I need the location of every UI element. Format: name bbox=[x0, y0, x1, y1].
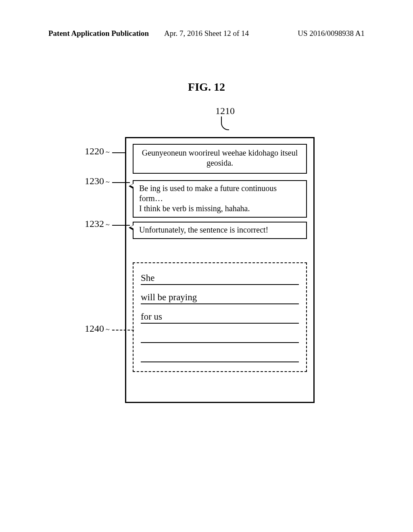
chat-bubble-1: Be ing is used to make a future continuo… bbox=[133, 180, 307, 218]
answer-line-4[interactable] bbox=[141, 325, 299, 343]
answer-line-1[interactable]: She bbox=[141, 267, 299, 285]
answer-area[interactable]: She will be praying for us bbox=[133, 262, 307, 372]
device-screen: Geunyeoneun woorireul weehae kidohago it… bbox=[125, 137, 315, 403]
answer-text-3: for us bbox=[141, 312, 162, 322]
answer-text-2: will be praying bbox=[141, 292, 197, 303]
leader-1230: ~ bbox=[106, 178, 109, 187]
ref-1230: 1230 bbox=[85, 176, 104, 187]
chat-bubble-2: Unfortunately, the sentence is incorrect… bbox=[133, 222, 307, 239]
ref-1210: 1210 bbox=[213, 106, 237, 116]
ref-1240: 1240 bbox=[85, 323, 104, 334]
figure-title: FIG. 12 bbox=[0, 81, 413, 94]
callout-hook-icon bbox=[221, 116, 229, 130]
header-right: US 2016/0098938 A1 bbox=[298, 29, 365, 38]
page-header: Patent Application Publication Apr. 7, 2… bbox=[48, 29, 365, 38]
header-left: Patent Application Publication bbox=[48, 29, 149, 38]
bubble2-text: Unfortunately, the sentence is incorrect… bbox=[139, 225, 302, 235]
bubble1-line1: Be ing is used to make a future continuo… bbox=[139, 183, 302, 193]
ref-1232: 1232 bbox=[85, 218, 104, 229]
bubble-tail-inner-icon bbox=[130, 225, 134, 229]
leader-1240: ~ bbox=[106, 326, 109, 334]
answer-line-2[interactable]: will be praying bbox=[141, 287, 299, 304]
ref-1210-callout: 1210 bbox=[213, 106, 237, 130]
answer-line-5[interactable] bbox=[141, 345, 299, 362]
bubble-tail-inner-icon bbox=[130, 183, 134, 187]
leader-1232: ~ bbox=[106, 221, 109, 229]
answer-line-3[interactable]: for us bbox=[141, 306, 299, 324]
ref-1220: 1220 bbox=[85, 146, 104, 157]
prompt-text: Geunyeoneun woorireul weehae kidohago it… bbox=[142, 148, 298, 167]
header-center: Apr. 7, 2016 Sheet 12 of 14 bbox=[164, 29, 249, 38]
patent-page: Patent Application Publication Apr. 7, 2… bbox=[0, 0, 413, 532]
leader-1220-line bbox=[112, 152, 126, 153]
leader-1220: ~ bbox=[106, 148, 109, 157]
bubble1-line2: form… bbox=[139, 193, 302, 204]
bubble1-line3: I think be verb is missing, hahaha. bbox=[139, 204, 302, 214]
answer-text-1: She bbox=[141, 273, 155, 283]
prompt-box: Geunyeoneun woorireul weehae kidohago it… bbox=[133, 144, 307, 174]
